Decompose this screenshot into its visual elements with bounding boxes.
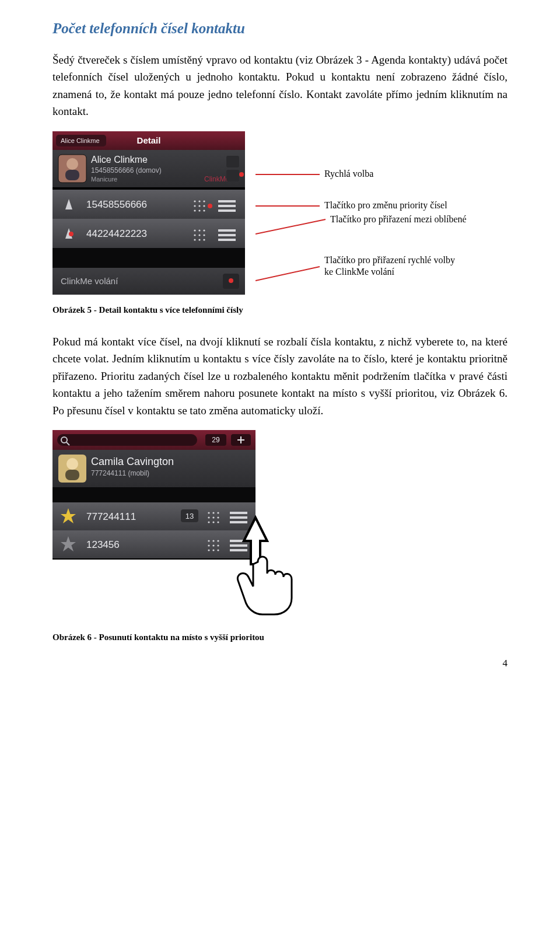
bars-icon[interactable] — [230, 512, 247, 523]
svg-point-78 — [212, 544, 214, 546]
section-title: Počet telefonních čísel kontaktu — [52, 18, 508, 40]
svg-point-27 — [194, 234, 195, 236]
svg-point-64 — [208, 516, 209, 518]
svg-point-26 — [203, 229, 205, 231]
contact-sub-b: 777244111 (mobil) — [91, 469, 149, 477]
svg-point-11 — [194, 200, 195, 202]
annot-rychla-volba: Rychlá volba — [324, 169, 373, 179]
svg-rect-85 — [230, 549, 247, 551]
svg-point-12 — [198, 200, 200, 202]
svg-point-67 — [208, 521, 209, 523]
paragraph-1: Šedý čtvereček s číslem umístěný vpravo … — [52, 51, 508, 120]
svg-rect-34 — [218, 234, 236, 236]
bars-icon[interactable] — [218, 229, 236, 241]
caption-figure-6: Obrázek 6 - Posunutí kontaktu na místo s… — [52, 631, 508, 644]
svg-point-25 — [198, 229, 200, 231]
svg-point-68 — [212, 521, 214, 523]
svg-point-41 — [69, 232, 74, 236]
svg-point-56 — [66, 458, 78, 470]
svg-point-76 — [217, 540, 219, 541]
svg-point-31 — [198, 239, 200, 240]
paragraph-2: Pokud má kontakt více čísel, na dvojí kl… — [52, 333, 508, 419]
svg-point-42 — [229, 278, 233, 283]
svg-point-28 — [198, 234, 200, 236]
annot-priority: Tlačítko pro změnu priority čísel — [324, 200, 447, 211]
svg-rect-8 — [226, 156, 239, 167]
contact-sub: 15458556666 (domov) — [91, 166, 162, 174]
svg-rect-49 — [57, 434, 197, 446]
svg-point-24 — [194, 229, 195, 231]
svg-rect-84 — [230, 544, 247, 547]
svg-point-69 — [217, 521, 219, 523]
svg-point-39 — [239, 172, 244, 177]
annot-speeddial-a: Tlačítko pro přiřazení rychlé volby — [324, 255, 455, 265]
svg-rect-58 — [52, 487, 256, 502]
svg-rect-35 — [218, 239, 236, 241]
svg-point-82 — [217, 549, 219, 551]
svg-point-29 — [203, 234, 205, 236]
svg-line-46 — [256, 267, 320, 281]
figure-5: Alice Clinkme Detail Alice Clinkme 15458… — [52, 131, 508, 295]
badge-count: 29 — [212, 436, 220, 444]
figure-6: 29 Camila Cavington 777244111 (mobil) 77… — [52, 430, 508, 617]
svg-rect-71 — [230, 516, 247, 519]
svg-point-62 — [212, 512, 214, 513]
svg-rect-7 — [65, 170, 79, 180]
screenshot-detail-contact: Alice Clinkme Detail Alice Clinkme 15458… — [52, 131, 245, 295]
annot-favorite: Tlačítko pro přiřazení mezi oblíbené — [330, 214, 467, 225]
row-b-number-2[interactable]: 123456 — [86, 539, 120, 550]
row-number-2[interactable]: 44224422223 — [86, 228, 147, 239]
svg-point-75 — [212, 540, 214, 541]
nav-title: Detail — [137, 135, 161, 145]
svg-point-77 — [208, 544, 209, 546]
svg-point-30 — [194, 239, 195, 240]
nav-back-label[interactable]: Alice Clinkme — [61, 137, 100, 144]
svg-point-18 — [198, 209, 200, 211]
svg-rect-57 — [65, 470, 79, 480]
contact-name-b: Camila Cavington — [91, 456, 174, 467]
row-b-number-1[interactable]: 777244111 — [86, 511, 136, 522]
svg-point-17 — [194, 209, 195, 211]
svg-rect-10 — [52, 190, 245, 219]
svg-rect-36 — [52, 248, 245, 268]
svg-rect-23 — [52, 219, 245, 248]
svg-rect-22 — [218, 209, 236, 212]
svg-rect-59 — [52, 502, 256, 530]
svg-line-45 — [256, 219, 326, 234]
bars-icon[interactable] — [218, 200, 236, 212]
svg-point-79 — [217, 544, 219, 546]
svg-point-65 — [212, 516, 214, 518]
svg-rect-21 — [218, 205, 236, 207]
row-number-1[interactable]: 15458556666 — [86, 199, 147, 210]
svg-point-40 — [208, 204, 212, 208]
page-number: 4 — [52, 656, 508, 671]
svg-point-19 — [203, 209, 205, 211]
svg-rect-33 — [218, 229, 236, 232]
svg-point-14 — [194, 205, 195, 207]
svg-point-81 — [212, 549, 214, 551]
svg-point-6 — [66, 158, 78, 170]
svg-rect-73 — [52, 530, 256, 558]
screenshot-drag-priority: 29 Camila Cavington 777244111 (mobil) 77… — [52, 430, 327, 617]
row-b-badge: 13 — [186, 512, 194, 520]
contact-name: Alice Clinkme — [91, 155, 148, 165]
annotation-lines: Rychlá volba Tlačítko pro změnu priority… — [256, 131, 501, 295]
svg-point-15 — [198, 205, 200, 207]
svg-point-16 — [203, 205, 205, 207]
annotations-block: Rychlá volba Tlačítko pro změnu priority… — [256, 131, 501, 295]
svg-point-32 — [203, 239, 205, 240]
caption-figure-5: Obrázek 5 - Detail kontaktu s více telef… — [52, 303, 508, 317]
annot-speeddial-b: ke ClinkMe volání — [324, 267, 395, 277]
svg-rect-20 — [218, 200, 236, 202]
svg-point-61 — [208, 512, 209, 513]
svg-rect-72 — [230, 521, 247, 523]
svg-point-13 — [203, 200, 205, 202]
svg-point-80 — [208, 549, 209, 551]
svg-point-63 — [217, 512, 219, 513]
svg-rect-9 — [226, 170, 239, 181]
svg-point-74 — [208, 540, 209, 541]
footer-label: ClinkMe volání — [61, 276, 118, 286]
brand-label: ClinkMe — [204, 175, 230, 183]
contact-tag: Manicure — [91, 176, 117, 183]
hand-icon — [237, 557, 292, 614]
